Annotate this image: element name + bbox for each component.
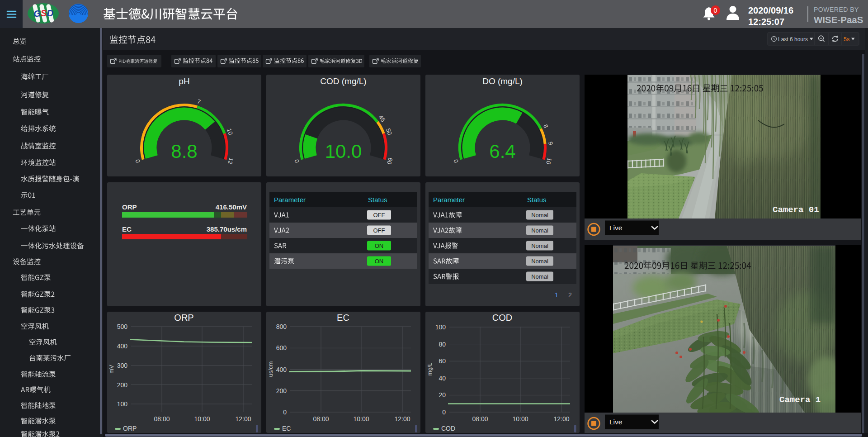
svg-text:2020/09/16: 2020/09/16 xyxy=(748,5,793,15)
svg-text:OFF: OFF xyxy=(373,227,385,234)
svg-text:Nomal: Nomal xyxy=(531,242,548,249)
svg-text:ON: ON xyxy=(375,258,384,265)
svg-text:Nomal: Nomal xyxy=(531,273,548,280)
svg-text:12:00: 12:00 xyxy=(235,415,251,423)
svg-text:08:00: 08:00 xyxy=(313,415,329,423)
svg-text:ORP: ORP xyxy=(174,313,193,323)
svg-text:400: 400 xyxy=(276,366,287,373)
svg-text:8.8: 8.8 xyxy=(171,141,197,162)
svg-text:Live: Live xyxy=(609,224,622,232)
svg-text:Parameter: Parameter xyxy=(433,196,465,204)
svg-text:1: 1 xyxy=(555,291,558,299)
svg-text:POWERED BY: POWERED BY xyxy=(814,6,859,13)
svg-text:6.4: 6.4 xyxy=(489,141,515,162)
svg-text:S: S xyxy=(41,8,47,18)
svg-text:10:00: 10:00 xyxy=(512,415,528,423)
svg-text:COD (mg/L): COD (mg/L) xyxy=(320,76,366,86)
svg-text:200: 200 xyxy=(276,387,287,394)
svg-text:10:00: 10:00 xyxy=(194,415,210,423)
svg-text:Camera 01: Camera 01 xyxy=(773,205,819,215)
svg-text:DO (mg/L): DO (mg/L) xyxy=(482,76,523,86)
svg-text:Status: Status xyxy=(368,196,387,204)
svg-text:385.70us/cm: 385.70us/cm xyxy=(207,225,247,233)
svg-text:200: 200 xyxy=(117,381,128,389)
svg-text:mg/L: mg/L xyxy=(426,363,433,376)
svg-text:300: 300 xyxy=(117,362,128,369)
svg-text:ORP: ORP xyxy=(122,203,137,211)
svg-text:400: 400 xyxy=(117,342,128,350)
svg-text:mV: mV xyxy=(108,365,115,374)
svg-text:EC: EC xyxy=(122,225,132,233)
svg-text:0: 0 xyxy=(442,408,446,416)
svg-text:20: 20 xyxy=(439,391,446,399)
svg-text:ON: ON xyxy=(375,242,384,249)
svg-text:WISE-PaaS: WISE-PaaS xyxy=(814,14,863,25)
svg-text:Camera 1: Camera 1 xyxy=(779,395,821,405)
svg-text:40: 40 xyxy=(439,375,446,382)
svg-text:COD: COD xyxy=(492,313,512,323)
svg-text:10:00: 10:00 xyxy=(353,415,369,423)
svg-text:COD: COD xyxy=(441,425,455,432)
svg-text:9: 9 xyxy=(547,142,554,146)
svg-text:10.0: 10.0 xyxy=(325,141,362,162)
svg-text:D: D xyxy=(47,8,53,18)
svg-text:800: 800 xyxy=(276,323,287,330)
svg-text:0: 0 xyxy=(283,408,287,416)
svg-text:600: 600 xyxy=(276,344,287,352)
svg-text:Last 6 hours: Last 6 hours xyxy=(778,36,808,43)
svg-text:416.50mV: 416.50mV xyxy=(216,203,247,211)
svg-text:Live: Live xyxy=(609,418,622,426)
svg-text:G: G xyxy=(33,9,41,19)
svg-text:EC: EC xyxy=(337,313,349,323)
svg-text:5s: 5s xyxy=(844,36,849,43)
svg-text:Nomal: Nomal xyxy=(531,258,548,265)
svg-text:12:25:07: 12:25:07 xyxy=(748,17,784,27)
svg-text:2: 2 xyxy=(568,291,572,299)
svg-text:08:00: 08:00 xyxy=(154,415,170,423)
svg-text:12:00: 12:00 xyxy=(553,415,569,423)
svg-text:500: 500 xyxy=(117,323,128,330)
svg-text:OFF: OFF xyxy=(373,212,385,218)
svg-text:us/cm: us/cm xyxy=(267,361,274,377)
svg-text:Parameter: Parameter xyxy=(274,196,306,204)
svg-text:Nomal: Nomal xyxy=(531,227,548,234)
svg-text:100: 100 xyxy=(435,323,446,331)
svg-text:EC: EC xyxy=(282,425,291,432)
svg-text:Nomal: Nomal xyxy=(531,212,548,218)
svg-text:ORP: ORP xyxy=(123,425,137,432)
svg-text:pH: pH xyxy=(179,76,189,86)
svg-text:60: 60 xyxy=(439,357,446,365)
svg-text:100: 100 xyxy=(117,400,128,408)
svg-text:0: 0 xyxy=(714,7,717,14)
svg-text:08:00: 08:00 xyxy=(472,415,488,423)
svg-text:80: 80 xyxy=(439,341,446,348)
svg-text:12:00: 12:00 xyxy=(394,415,410,423)
svg-text:Status: Status xyxy=(527,196,547,204)
